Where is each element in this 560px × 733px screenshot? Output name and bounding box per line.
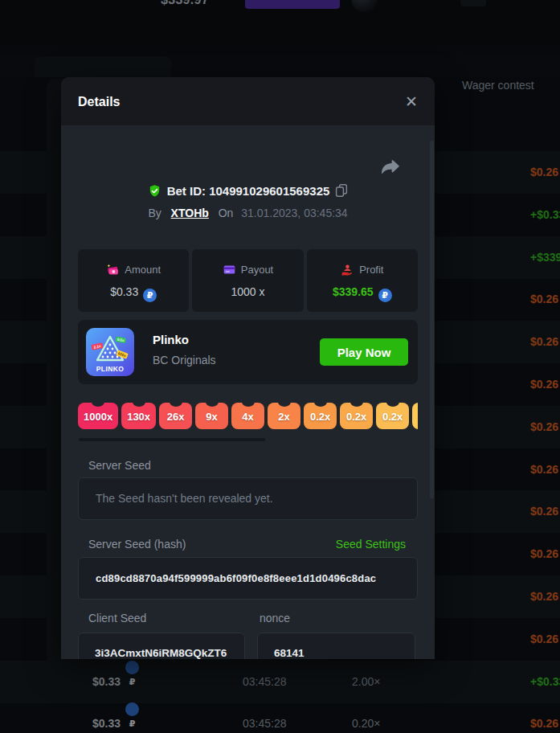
nonce-field[interactable]: 68141	[257, 633, 415, 659]
nonce-label: nonce	[260, 612, 290, 624]
server-seed-hash-label: Server Seed (hash)	[88, 538, 186, 551]
multiplier-chip: 9x	[195, 403, 228, 429]
multiplier-chip: 2x	[268, 403, 300, 429]
multiplier-chip: 0.2x	[340, 403, 373, 429]
verified-shield-icon[interactable]	[148, 184, 161, 198]
game-card: 2.1x 0.5x 620x PLINKO Plinko BC Original…	[78, 320, 418, 384]
multiplier-chip: 0.2x	[412, 403, 418, 429]
multiplier-list[interactable]: 1000x130x26x9x4x2x0.2x0.2x0.2x0.2x	[78, 403, 418, 430]
profit-label: Profit	[359, 264, 383, 276]
profit-value: $339.65₽	[307, 285, 418, 302]
server-seed-label: Server Seed	[88, 459, 151, 472]
vertical-scrollbar[interactable]	[430, 141, 434, 498]
by-label: By	[148, 207, 161, 219]
game-name: Plinko	[153, 333, 189, 346]
plinko-thumbnail[interactable]: 2.1x 0.5x 620x PLINKO	[86, 328, 134, 376]
on-label: On	[219, 207, 234, 219]
bet-author-row: By XTOHb On 31.01.2023, 03:45:34	[61, 207, 435, 219]
copy-icon[interactable]	[335, 183, 348, 198]
bet-id-text: Bet ID: 104991029601569325	[167, 184, 330, 198]
horizontal-scrollbar[interactable]	[79, 438, 265, 441]
ruble-coin-icon: ₽	[143, 289, 157, 302]
stat-payout: Payout 1000 x	[192, 249, 303, 312]
server-seed-hash-value: cd89cd8870a94f599999ab6f09f0e8f8eee1d1d0…	[79, 558, 417, 599]
server-seed-field[interactable]: The Seed hasn't been revealed yet.	[78, 477, 418, 520]
seed-settings-link[interactable]: Seed Settings	[336, 538, 406, 551]
close-icon[interactable]: ✕	[401, 77, 422, 126]
card-icon	[223, 263, 236, 276]
play-now-button[interactable]: Play Now	[320, 338, 408, 366]
bet-stats: Amount $0.33₽ Payout	[78, 249, 418, 312]
payout-value: 1000 x	[192, 285, 303, 298]
multiplier-chip: 4x	[231, 403, 264, 429]
modal-title: Details	[78, 77, 120, 126]
modal-body: Bet ID: 104991029601569325 By XTOHb On 3…	[61, 126, 435, 658]
modal-header: Details ✕	[61, 77, 435, 126]
profit-hand-icon	[341, 263, 354, 276]
share-icon[interactable]	[380, 158, 399, 178]
server-seed-placeholder: The Seed hasn't been revealed yet.	[79, 478, 417, 519]
multiplier-chip: 26x	[159, 403, 192, 429]
amount-label: Amount	[125, 264, 161, 276]
client-seed-value: 3i3ACmxtN6iRM8GQkZT6	[79, 633, 244, 659]
payout-label: Payout	[241, 264, 273, 276]
client-seed-label: Client Seed	[88, 612, 146, 624]
multiplier-chip: 0.2x	[376, 403, 409, 429]
svg-text:PLINKO: PLINKO	[96, 365, 125, 373]
nonce-value: 68141	[258, 633, 415, 659]
server-seed-hash-field[interactable]: cd89cd8870a94f599999ab6f09f0e8f8eee1d1d0…	[78, 557, 418, 600]
username-link[interactable]: XTOHb	[171, 207, 209, 219]
bet-details-modal: Details ✕ Bet ID: 104991029601569325	[61, 77, 435, 659]
multiplier-chip: 1000x	[78, 403, 118, 429]
stat-profit: Profit $339.65₽	[307, 249, 418, 312]
multiplier-chip: 0.2x	[304, 403, 337, 429]
client-seed-field[interactable]: 3i3ACmxtN6iRM8GQkZT6	[78, 633, 245, 659]
amount-value: $0.33₽	[78, 285, 189, 302]
money-icon	[106, 263, 120, 276]
stat-amount: Amount $0.33₽	[78, 249, 189, 312]
game-provider: BC Originals	[153, 354, 216, 366]
multiplier-chip: 130x	[121, 403, 156, 429]
bet-datetime: 31.01.2023, 03:45:34	[241, 207, 347, 219]
ruble-coin-icon: ₽	[378, 289, 392, 302]
bet-id-row: Bet ID: 104991029601569325	[61, 183, 435, 198]
